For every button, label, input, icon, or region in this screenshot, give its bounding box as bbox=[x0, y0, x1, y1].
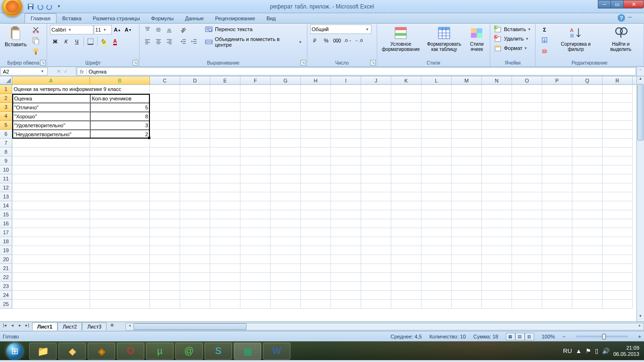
spreadsheet-grid[interactable]: ABCDEFGHIJKLMNOPQR 123456789101112131415… bbox=[0, 76, 636, 321]
cell[interactable] bbox=[572, 174, 603, 183]
cell[interactable] bbox=[240, 291, 271, 300]
zoom-level[interactable]: 100% bbox=[542, 334, 555, 339]
cell[interactable] bbox=[331, 255, 361, 264]
cell[interactable] bbox=[361, 219, 391, 228]
cell[interactable] bbox=[603, 201, 633, 210]
start-button[interactable] bbox=[2, 343, 27, 360]
cell[interactable] bbox=[180, 300, 210, 309]
cell[interactable] bbox=[150, 192, 180, 201]
cell[interactable] bbox=[512, 291, 542, 300]
cell[interactable] bbox=[210, 282, 240, 291]
cell-styles-button[interactable]: Стили ячеек bbox=[467, 25, 487, 53]
cell[interactable] bbox=[150, 85, 180, 94]
cell[interactable] bbox=[150, 282, 180, 291]
cell[interactable] bbox=[542, 121, 572, 130]
taskbar-word-icon[interactable]: W bbox=[263, 343, 290, 360]
cell[interactable] bbox=[240, 112, 271, 121]
cell[interactable] bbox=[452, 282, 482, 291]
cell[interactable] bbox=[361, 282, 391, 291]
cell[interactable] bbox=[271, 165, 301, 174]
clear-icon[interactable] bbox=[538, 45, 551, 56]
cell[interactable] bbox=[572, 103, 603, 112]
tab-view[interactable]: Вид bbox=[261, 14, 281, 23]
merge-center-button[interactable]: Объединить и поместить в центре ▼ bbox=[204, 35, 304, 49]
row-header[interactable]: 1 bbox=[0, 85, 12, 94]
row-header[interactable]: 18 bbox=[0, 237, 12, 246]
cell[interactable] bbox=[391, 273, 421, 282]
percent-icon[interactable]: % bbox=[321, 35, 331, 46]
cell[interactable] bbox=[12, 210, 90, 219]
cell[interactable] bbox=[542, 85, 572, 94]
cell[interactable] bbox=[12, 282, 90, 291]
normal-view-icon[interactable]: ▦ bbox=[506, 333, 515, 340]
cell[interactable] bbox=[331, 210, 361, 219]
cell[interactable] bbox=[301, 192, 331, 201]
cell[interactable] bbox=[180, 192, 210, 201]
cell[interactable] bbox=[603, 219, 633, 228]
row-header[interactable]: 15 bbox=[0, 210, 12, 219]
cell[interactable] bbox=[572, 291, 603, 300]
cell[interactable] bbox=[210, 300, 240, 309]
tray-network-icon[interactable]: ▯ bbox=[595, 347, 598, 354]
fill-icon[interactable] bbox=[538, 35, 551, 45]
grow-font-icon[interactable]: A▲ bbox=[112, 25, 123, 35]
cell[interactable] bbox=[301, 282, 331, 291]
cell[interactable] bbox=[301, 165, 331, 174]
cell[interactable] bbox=[482, 174, 512, 183]
cell[interactable] bbox=[240, 94, 271, 103]
cell[interactable] bbox=[452, 112, 482, 121]
cell[interactable] bbox=[603, 291, 633, 300]
cell[interactable] bbox=[391, 282, 421, 291]
cell[interactable] bbox=[542, 94, 572, 103]
cell[interactable] bbox=[391, 165, 421, 174]
cell[interactable] bbox=[452, 291, 482, 300]
cell[interactable] bbox=[301, 300, 331, 309]
cell[interactable] bbox=[482, 246, 512, 255]
cell[interactable] bbox=[331, 112, 361, 121]
cell[interactable] bbox=[421, 210, 452, 219]
align-top-icon[interactable] bbox=[142, 25, 153, 35]
increase-decimal-icon[interactable]: .0→ bbox=[343, 35, 353, 46]
cell[interactable] bbox=[271, 112, 301, 121]
cell[interactable] bbox=[452, 237, 482, 246]
cell[interactable] bbox=[482, 282, 512, 291]
formula-input[interactable]: Оценка bbox=[87, 69, 636, 74]
cell[interactable] bbox=[12, 183, 90, 192]
cell[interactable] bbox=[210, 165, 240, 174]
cell[interactable] bbox=[452, 255, 482, 264]
cell[interactable] bbox=[150, 228, 180, 237]
cancel-formula-icon[interactable]: ✕ bbox=[57, 68, 61, 74]
cell[interactable] bbox=[572, 273, 603, 282]
cell[interactable] bbox=[482, 112, 512, 121]
cell[interactable] bbox=[421, 246, 452, 255]
cell[interactable] bbox=[12, 148, 90, 156]
find-select-button[interactable]: Найти и выделить bbox=[601, 25, 641, 53]
row-header[interactable]: 20 bbox=[0, 255, 12, 264]
cell[interactable] bbox=[603, 94, 633, 103]
cell[interactable] bbox=[482, 300, 512, 309]
cell[interactable] bbox=[240, 228, 271, 237]
cell[interactable] bbox=[90, 156, 150, 165]
cell[interactable] bbox=[572, 300, 603, 309]
cell[interactable] bbox=[361, 300, 391, 309]
cell[interactable] bbox=[391, 148, 421, 156]
minimize-button[interactable]: ─ bbox=[598, 0, 611, 8]
page-layout-view-icon[interactable]: ▤ bbox=[515, 333, 525, 340]
cell[interactable] bbox=[512, 201, 542, 210]
cell[interactable] bbox=[90, 165, 150, 174]
cell[interactable]: "Отлично" bbox=[12, 103, 90, 112]
cell[interactable] bbox=[603, 192, 633, 201]
cell[interactable] bbox=[12, 264, 90, 273]
zoom-out-icon[interactable]: − bbox=[562, 334, 565, 339]
row-header[interactable]: 11 bbox=[0, 174, 12, 183]
next-sheet-icon[interactable]: ▸ bbox=[16, 323, 24, 330]
cell[interactable]: 3 bbox=[90, 121, 150, 130]
cell[interactable] bbox=[542, 228, 572, 237]
row-header[interactable]: 3 bbox=[0, 103, 12, 112]
cell[interactable] bbox=[572, 219, 603, 228]
cell[interactable] bbox=[301, 201, 331, 210]
cell[interactable] bbox=[210, 156, 240, 165]
align-middle-icon[interactable] bbox=[153, 25, 164, 35]
cell[interactable] bbox=[512, 192, 542, 201]
cell[interactable] bbox=[301, 85, 331, 94]
